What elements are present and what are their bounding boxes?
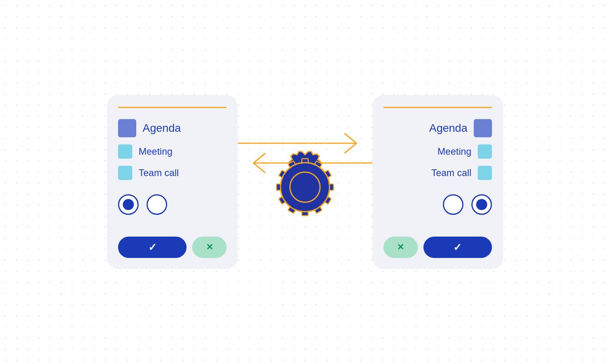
left-confirm-button[interactable]: ✓	[118, 237, 187, 258]
right-card-top-line	[383, 107, 492, 108]
left-agenda-label: Agenda	[143, 122, 181, 135]
svg-point-15	[281, 163, 329, 211]
left-card-top-line	[118, 107, 227, 108]
right-agenda-label: Agenda	[429, 122, 467, 135]
right-x-icon: ✕	[397, 242, 404, 252]
right-meeting-icon	[478, 144, 492, 159]
left-meeting-icon	[118, 144, 132, 159]
right-radio-2[interactable]	[471, 194, 492, 215]
left-checkmark-icon: ✓	[148, 241, 157, 254]
right-meeting-row: Meeting	[383, 144, 492, 159]
left-btn-row: ✓ ✕	[118, 237, 227, 258]
right-teamcall-label: Team call	[431, 167, 471, 178]
left-meeting-label: Meeting	[139, 146, 172, 157]
gear-svg	[265, 148, 345, 227]
left-meeting-row: Meeting	[118, 144, 227, 159]
right-cancel-button[interactable]: ✕	[383, 237, 418, 258]
right-confirm-button[interactable]: ✓	[423, 237, 492, 258]
left-teamcall-label: Team call	[139, 167, 179, 178]
right-radio-1[interactable]	[443, 194, 463, 215]
left-cancel-button[interactable]: ✕	[192, 237, 227, 258]
right-agenda-row: Agenda	[383, 119, 492, 137]
right-radio-row	[383, 194, 492, 215]
right-teamcall-row: Team call	[383, 166, 492, 180]
left-teamcall-icon	[118, 166, 132, 180]
left-agenda-icon	[118, 119, 136, 137]
left-x-icon: ✕	[206, 242, 213, 252]
left-card: Agenda Meeting Team call ✓ ✕	[107, 95, 238, 269]
right-meeting-label: Meeting	[438, 146, 471, 157]
right-agenda-icon	[474, 119, 492, 137]
left-teamcall-row: Team call	[118, 166, 227, 180]
left-radio-2[interactable]	[147, 194, 167, 215]
scene-wrapper: Agenda Meeting Team call ✓ ✕ Agen	[67, 95, 543, 269]
right-checkmark-icon: ✓	[453, 241, 462, 254]
left-radio-row	[118, 194, 227, 215]
right-btn-row: ✕ ✓	[383, 237, 492, 258]
left-radio-1[interactable]	[118, 194, 139, 215]
right-card: Agenda Meeting Team call ✕ ✓	[372, 95, 503, 269]
right-teamcall-icon	[478, 166, 492, 180]
left-agenda-row: Agenda	[118, 119, 227, 137]
